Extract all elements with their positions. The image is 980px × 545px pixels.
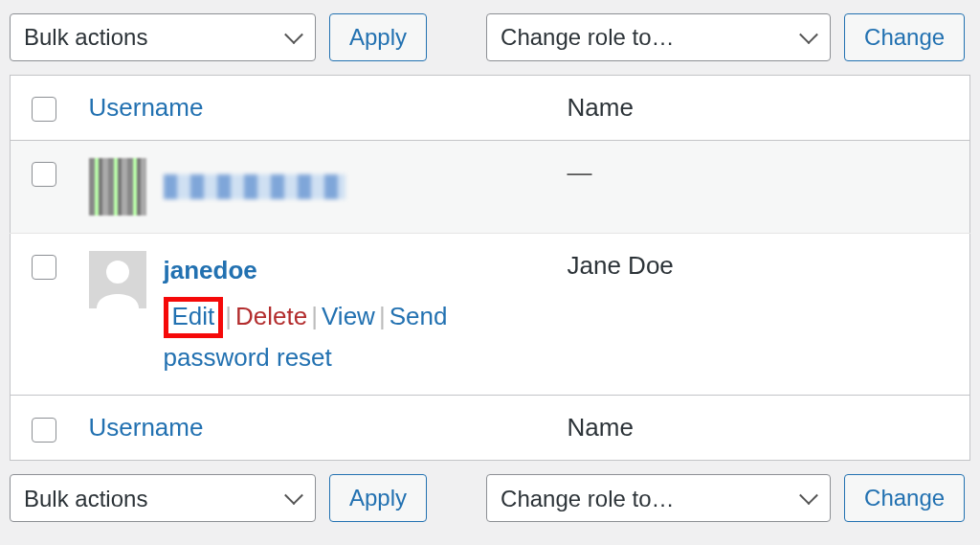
- edit-link[interactable]: Edit: [172, 302, 215, 330]
- users-table: Username Name —: [10, 75, 970, 461]
- change-button-top[interactable]: Change: [844, 13, 965, 61]
- user-row-redacted: —: [11, 141, 970, 234]
- bulk-actions-wrap-bottom: Bulk actions: [10, 474, 316, 522]
- row-actions: Edit|Delete|View|Send password reset: [164, 297, 545, 378]
- change-role-select-bottom[interactable]: Change role to…: [486, 474, 831, 522]
- avatar: [89, 158, 146, 216]
- column-name-footer: Name: [556, 396, 970, 461]
- name-cell: —: [568, 158, 592, 187]
- column-username-footer[interactable]: Username: [78, 396, 556, 461]
- change-button-bottom[interactable]: Change: [844, 474, 965, 522]
- svg-point-1: [106, 261, 129, 284]
- delete-link[interactable]: Delete: [235, 302, 307, 330]
- user-row-janedoe: janedoe Edit|Delete|View|Send password r…: [11, 234, 970, 396]
- bulk-actions-select[interactable]: Bulk actions: [10, 13, 316, 61]
- name-cell: Jane Doe: [556, 234, 970, 396]
- row-checkbox[interactable]: [32, 255, 56, 280]
- avatar: [89, 251, 146, 308]
- bottom-toolbar: Bulk actions Apply Change role to… Chang…: [0, 461, 980, 535]
- table-header-row: Username Name: [11, 76, 970, 141]
- column-username[interactable]: Username: [78, 76, 556, 141]
- bulk-actions-select-bottom[interactable]: Bulk actions: [10, 474, 316, 522]
- bulk-actions-wrap: Bulk actions: [10, 13, 316, 61]
- edit-highlight: Edit: [164, 297, 224, 338]
- column-name: Name: [556, 76, 970, 141]
- apply-button-bottom[interactable]: Apply: [329, 474, 427, 522]
- username-link[interactable]: janedoe: [164, 256, 257, 284]
- select-all-top[interactable]: [32, 97, 56, 122]
- row-checkbox[interactable]: [32, 162, 56, 187]
- apply-button-top[interactable]: Apply: [329, 13, 427, 61]
- view-link[interactable]: View: [322, 302, 375, 330]
- top-toolbar: Bulk actions Apply Change role to… Chang…: [0, 0, 980, 75]
- table-footer-row: Username Name: [11, 396, 970, 461]
- select-all-bottom[interactable]: [32, 418, 56, 443]
- change-role-wrap: Change role to…: [486, 13, 831, 61]
- change-role-select[interactable]: Change role to…: [486, 13, 831, 61]
- change-role-wrap-bottom: Change role to…: [486, 474, 831, 522]
- username-redacted: [164, 174, 345, 199]
